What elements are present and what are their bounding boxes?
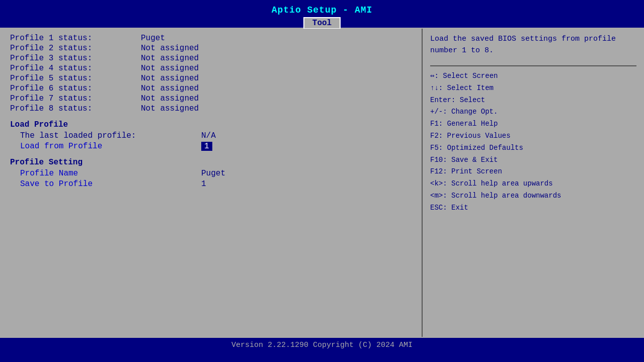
profile-6-value: Not assigned: [141, 84, 199, 93]
profile-1-value: Puget: [141, 34, 165, 43]
profile-status-list: Profile 1 status: Puget Profile 2 status…: [10, 34, 412, 113]
load-from-value[interactable]: 1: [201, 142, 212, 151]
key-row: Enter: Select: [430, 95, 636, 107]
table-row: Profile 1 status: Puget: [10, 34, 412, 43]
table-row: Profile 8 status: Not assigned: [10, 104, 412, 113]
profile-6-label: Profile 6 status:: [10, 84, 141, 93]
key-row: ↑↓: Select Item: [430, 82, 636, 95]
profile-4-value: Not assigned: [141, 64, 199, 73]
profile-setting-header: Profile Setting: [10, 158, 412, 167]
table-row: Profile 6 status: Not assigned: [10, 84, 412, 93]
key-row: <k>: Scroll help area upwards: [430, 178, 636, 190]
profile-4-label: Profile 4 status:: [10, 64, 141, 73]
key-row: F1: General Help: [430, 118, 636, 130]
key-row: F12: Print Screen: [430, 166, 636, 178]
table-row: Profile 5 status: Not assigned: [10, 74, 412, 83]
profile-name-label: Profile Name: [20, 169, 201, 178]
last-loaded-label: The last loaded profile:: [20, 131, 201, 140]
left-panel: Profile 1 status: Puget Profile 2 status…: [0, 29, 423, 337]
profile-8-label: Profile 8 status:: [10, 104, 141, 113]
app-title: Aptio Setup - AMI: [272, 2, 373, 17]
last-loaded-row: The last loaded profile: N/A: [10, 131, 412, 140]
profile-2-value: Not assigned: [141, 44, 199, 53]
save-to-profile-value: 1: [201, 179, 206, 189]
menu-bar: Tool: [303, 17, 341, 29]
profile-7-label: Profile 7 status:: [10, 94, 141, 103]
footer: Version 2.22.1290 Copyright (C) 2024 AMI: [0, 337, 644, 352]
table-row: Profile 3 status: Not assigned: [10, 54, 412, 63]
load-from-label: Load from Profile: [20, 142, 201, 151]
main-content: Profile 1 status: Puget Profile 2 status…: [0, 28, 644, 337]
key-help: ⇔: Select Screen ↑↓: Select Item Enter: …: [430, 70, 636, 214]
profile-1-label: Profile 1 status:: [10, 34, 141, 43]
table-row: Profile 4 status: Not assigned: [10, 64, 412, 73]
last-loaded-value: N/A: [201, 131, 216, 140]
profile-7-value: Not assigned: [141, 94, 199, 103]
key-row: F5: Optimized Defaults: [430, 142, 636, 154]
load-profile-header: Load Profile: [10, 120, 412, 129]
table-row: Profile 2 status: Not assigned: [10, 44, 412, 53]
help-text: Load the saved BIOS settings from profil…: [430, 34, 636, 56]
profile-name-row[interactable]: Profile Name Puget: [10, 169, 412, 178]
divider: [430, 65, 636, 66]
key-row: F2: Previous Values: [430, 130, 636, 142]
profile-3-value: Not assigned: [141, 54, 199, 63]
save-to-profile-row[interactable]: Save to Profile 1: [10, 179, 412, 189]
table-row: Profile 7 status: Not assigned: [10, 94, 412, 103]
profile-8-value: Not assigned: [141, 104, 199, 113]
key-row: ⇔: Select Screen: [430, 70, 636, 82]
profile-2-label: Profile 2 status:: [10, 44, 141, 53]
header: Aptio Setup - AMI Tool: [0, 0, 644, 28]
profile-5-value: Not assigned: [141, 74, 199, 83]
key-row: +/-: Change Opt.: [430, 106, 636, 118]
load-from-row[interactable]: Load from Profile 1: [10, 142, 412, 151]
key-row: <m>: Scroll help area downwards: [430, 190, 636, 202]
menu-tool[interactable]: Tool: [303, 17, 341, 29]
key-row: F10: Save & Exit: [430, 154, 636, 166]
save-to-profile-label: Save to Profile: [20, 179, 201, 189]
key-row: ESC: Exit: [430, 202, 636, 214]
profile-name-value: Puget: [201, 169, 225, 178]
profile-5-label: Profile 5 status:: [10, 74, 141, 83]
profile-3-label: Profile 3 status:: [10, 54, 141, 63]
right-panel: Load the saved BIOS settings from profil…: [423, 29, 644, 337]
